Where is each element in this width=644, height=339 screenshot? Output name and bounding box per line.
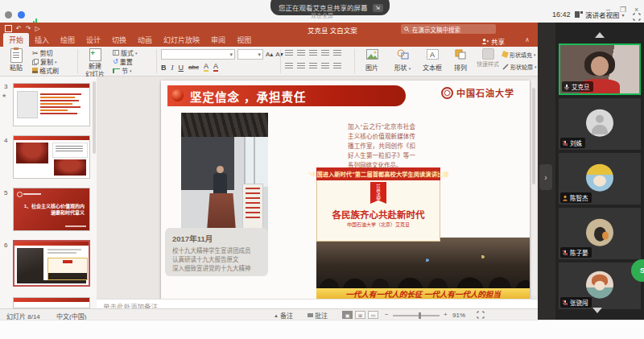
cut-button[interactable]: ✂剪切 <box>32 48 59 57</box>
search-input[interactable]: 在演示文稿中搜索 <box>401 24 496 34</box>
reset-button[interactable]: ↺重置 <box>113 57 138 66</box>
participant-video-4[interactable]: 陈子晏 <box>559 208 641 259</box>
scroll-up-icon[interactable] <box>595 32 605 38</box>
tab-slideshow[interactable]: 幻灯片放映 <box>158 33 205 47</box>
fit-slide-icon[interactable] <box>477 311 485 319</box>
participant-video-5[interactable]: 张骁闯 <box>559 263 641 309</box>
meeting-info-icon[interactable] <box>5 11 12 19</box>
paste-button[interactable]: 粘贴 <box>5 48 27 72</box>
normal-view-button[interactable]: ▣ <box>342 311 353 319</box>
slide-sorter-view-button[interactable]: ⊞ <box>355 311 365 319</box>
copy-button[interactable]: 复制▾ <box>32 57 59 66</box>
font-name-select[interactable]: ▾ <box>161 49 235 60</box>
bold-button[interactable]: B <box>161 64 167 72</box>
justify-icon[interactable] <box>321 63 329 68</box>
tab-home[interactable]: 开始 <box>3 33 29 47</box>
ppt-status-bar: 幻灯片 8/14 中文(中国) ▲备注 批注 ▣ ⊞ ▭ − + 91% <box>0 308 538 320</box>
tab-animations[interactable]: 动画 <box>132 33 158 47</box>
thumb5-title: 1、社会主义核心价值观的内涵要和时代意义 <box>20 203 85 216</box>
view-mode-label: 演讲者视图 <box>585 10 620 19</box>
current-slide[interactable]: 坚定信念 ，承担责任 中国石油大学 加入“云之行”北京市社会主义核心价值观新媒 <box>161 81 530 299</box>
tab-review[interactable]: 审阅 <box>205 33 231 47</box>
new-slide-button[interactable]: + 新建 幻灯片 <box>80 48 109 78</box>
font-size-select[interactable]: ▾ <box>237 49 263 60</box>
mic-muted-icon <box>562 140 568 147</box>
search-placeholder: 在演示文稿中搜索 <box>412 25 460 34</box>
tab-transitions[interactable]: 切换 <box>106 33 132 47</box>
tab-draw[interactable]: 绘图 <box>55 33 80 47</box>
columns-icon[interactable] <box>333 63 341 68</box>
view-mode-selector[interactable]: 演讲者视图 ▾ <box>575 9 625 20</box>
participant-name-badge: 艾克旦 <box>562 81 593 92</box>
indent-increase-icon[interactable] <box>321 50 329 56</box>
align-right-icon[interactable] <box>309 63 317 68</box>
participant-video-3[interactable]: 陈智杰 <box>559 153 641 205</box>
slideshow-icon[interactable]: ▷ <box>35 25 39 32</box>
save-icon[interactable] <box>5 25 12 32</box>
share-button[interactable]: 共享 <box>481 36 505 46</box>
tab-design[interactable]: 设计 <box>80 33 106 47</box>
comments-toggle[interactable]: 批注 <box>308 311 328 320</box>
notes-area[interactable]: 单击此处添加备注 <box>97 299 538 308</box>
arrange-button[interactable]: 排列 <box>449 48 472 72</box>
redo-icon[interactable]: ↷ <box>26 25 31 32</box>
grow-font-icon[interactable]: A▴ <box>266 51 273 58</box>
tab-insert[interactable]: 插入 <box>29 33 55 47</box>
scroll-down-icon[interactable] <box>592 308 602 313</box>
font-color-button[interactable]: A <box>213 63 218 72</box>
picture-button[interactable]: 图片 <box>359 48 385 72</box>
layout-button[interactable]: 版式▾ <box>113 48 138 57</box>
clipboard-group: ✂剪切 复制▾ 格式刷 <box>32 48 59 75</box>
shape-fill-button[interactable]: 形状填充▾ <box>502 50 537 59</box>
brush-icon <box>32 68 38 73</box>
reading-view-button[interactable]: ▭ <box>368 311 378 319</box>
indent-decrease-icon[interactable] <box>309 50 317 56</box>
strikethrough-button[interactable]: abc <box>188 64 199 71</box>
info-box-date: 2017年11月 <box>172 233 268 244</box>
textbox-button[interactable]: A 文本框 <box>419 48 446 72</box>
quick-styles-icon <box>482 48 494 60</box>
contest-subtitle: 中国石油大学（北京）艾克旦 <box>317 221 440 228</box>
sidebar-collapse-handle[interactable]: › <box>539 164 552 190</box>
editor-scrollbar[interactable] <box>531 80 536 296</box>
slide-thumbnail-6-selected[interactable] <box>13 240 90 287</box>
slide-thumbnail-7-partial[interactable] <box>13 297 90 308</box>
participant-video-2[interactable]: 刘姝 <box>559 98 641 150</box>
undo-icon[interactable]: ↶ <box>16 25 22 32</box>
zoom-in-button[interactable]: + <box>444 311 448 318</box>
line-spacing-icon[interactable] <box>333 50 341 56</box>
zoom-out-button[interactable]: − <box>385 311 389 318</box>
slide-footer-strip: 一代人有一代人的长征 一代人有一代人的担当 <box>316 288 530 299</box>
quick-styles-button[interactable]: 快速样式 <box>473 48 502 68</box>
chevron-down-icon: ▾ <box>622 12 625 18</box>
meeting-security-icon[interactable] <box>18 11 25 19</box>
shape-outline-button[interactable]: 形状轮廓▾ <box>502 62 537 71</box>
slide-thumbnail-4[interactable] <box>13 135 90 179</box>
section-button[interactable]: 节▾ <box>113 66 138 75</box>
participant-video-1[interactable]: 艾克旦 <box>559 43 641 95</box>
numbering-icon[interactable] <box>297 50 305 56</box>
avatar <box>586 110 613 137</box>
university-name: 中国石油大学 <box>456 86 514 99</box>
slide-thumbnail-5[interactable]: 1、社会主义核心价值观的内涵要和时代意义 <box>13 188 90 231</box>
slide-thumbnail-3[interactable] <box>13 83 90 126</box>
align-left-icon[interactable] <box>285 63 293 68</box>
format-painter-button[interactable]: 格式刷 <box>32 66 59 75</box>
underline-button[interactable]: U <box>179 64 184 72</box>
italic-button[interactable]: I <box>171 64 174 72</box>
pencil-icon <box>502 64 509 70</box>
clipboard-icon <box>10 48 23 63</box>
highlight-button[interactable]: A <box>204 63 208 72</box>
panel-scrollbar[interactable] <box>93 81 96 154</box>
contest-banner: “中国进入新时代”第二届首都高校大学生阅读演讲比赛 <box>316 167 440 180</box>
mic-muted-icon <box>562 300 568 306</box>
zoom-slider[interactable] <box>393 315 440 316</box>
bullets-icon[interactable] <box>285 50 293 56</box>
align-center-icon[interactable] <box>297 63 305 68</box>
zoom-level[interactable]: 91% <box>452 312 465 319</box>
tab-view[interactable]: 视图 <box>231 33 257 47</box>
ribbon-collapse-icon[interactable]: ∧ <box>525 36 530 43</box>
notes-toggle[interactable]: ▲备注 <box>274 311 293 320</box>
shapes-button[interactable]: 形状 ▾ <box>390 48 415 72</box>
slide-editor-area: 坚定信念 ，承担责任 中国石油大学 加入“云之行”北京市社会主义核心价值观新媒 <box>97 76 538 299</box>
